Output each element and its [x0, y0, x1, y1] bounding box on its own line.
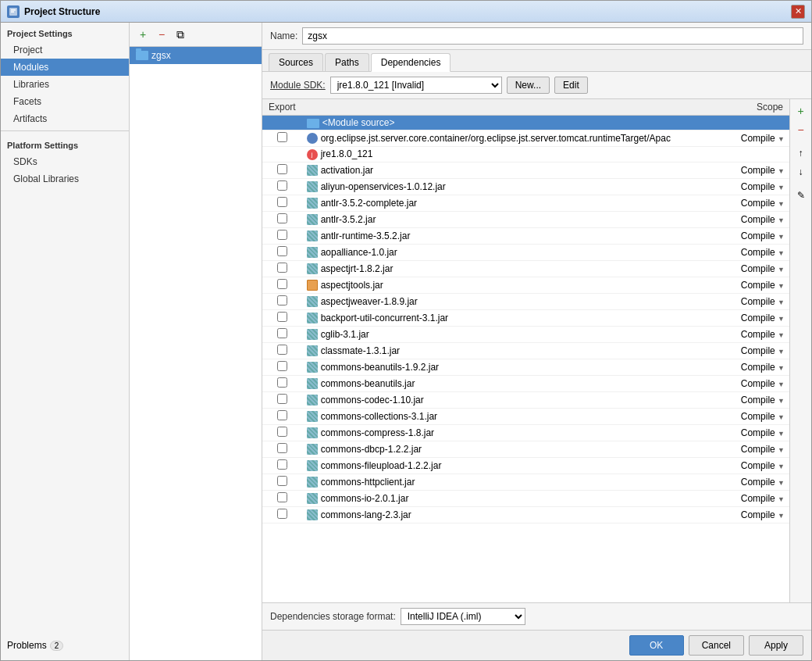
add-dep-button[interactable]: +	[792, 102, 810, 120]
export-checkbox[interactable]	[277, 328, 287, 338]
export-checkbox[interactable]	[277, 132, 287, 142]
export-checkbox[interactable]	[277, 410, 287, 420]
ok-button[interactable]: OK	[629, 635, 684, 656]
scope-dropdown-arrow[interactable]: ▼	[778, 381, 785, 388]
sidebar-item-problems[interactable]: Problems 2	[1, 637, 129, 654]
scope-text: Compile	[741, 427, 775, 438]
export-checkbox[interactable]	[277, 312, 287, 322]
move-down-button[interactable]: ↓	[792, 163, 810, 180]
deps-table-container[interactable]: Export Scope <Module source>org.eclipse.…	[262, 99, 811, 602]
scope-text: Compile	[741, 509, 775, 520]
export-checkbox[interactable]	[277, 279, 287, 289]
remove-module-button[interactable]: −	[153, 26, 170, 43]
dep-scope-cell: Compile ▼	[727, 359, 789, 375]
add-module-button[interactable]: +	[134, 26, 151, 43]
sidebar-item-libraries[interactable]: Libraries	[1, 76, 129, 93]
sdk-new-button[interactable]: New...	[507, 77, 550, 94]
tab-sources[interactable]: Sources	[269, 53, 323, 71]
close-button[interactable]: ✕	[791, 5, 805, 19]
dep-name-text: aopalliance-1.0.jar	[321, 247, 397, 258]
sidebar-item-sdks[interactable]: SDKs	[1, 153, 129, 170]
export-checkbox[interactable]	[277, 476, 287, 486]
export-checkbox[interactable]	[277, 164, 287, 174]
name-input[interactable]	[302, 27, 803, 45]
dep-icon	[307, 377, 321, 389]
scope-dropdown-arrow[interactable]: ▼	[778, 216, 785, 224]
sdk-select[interactable]: jre1.8.0_121 [Invalid]	[330, 77, 502, 94]
export-checkbox[interactable]	[277, 377, 287, 388]
scope-dropdown-arrow[interactable]: ▼	[778, 348, 785, 356]
export-checkbox[interactable]	[277, 263, 287, 273]
scope-dropdown-arrow[interactable]: ▼	[778, 430, 785, 438]
export-cell	[262, 116, 302, 130]
copy-module-button[interactable]: ⧉	[172, 26, 189, 43]
scope-dropdown-arrow[interactable]: ▼	[778, 249, 785, 257]
storage-select[interactable]: IntelliJ IDEA (.iml)	[401, 608, 525, 625]
scope-dropdown-arrow[interactable]: ▼	[778, 315, 785, 323]
export-checkbox[interactable]	[277, 443, 287, 453]
scope-dropdown-arrow[interactable]: ▼	[778, 463, 785, 470]
scope-text: Compile	[741, 395, 775, 406]
scope-dropdown-arrow[interactable]: ▼	[778, 479, 785, 487]
export-checkbox[interactable]	[277, 213, 287, 223]
dep-scope-cell: Compile ▼	[727, 473, 789, 490]
cancel-button[interactable]: Cancel	[689, 635, 744, 656]
dep-name-text: commons-io-2.0.1.jar	[321, 493, 409, 504]
scope-dropdown-arrow[interactable]: ▼	[778, 446, 785, 454]
scope-dropdown-arrow[interactable]: ▼	[778, 512, 785, 520]
export-checkbox[interactable]	[277, 459, 287, 470]
dep-name-cell: antlr-3.5.2.jar	[302, 211, 727, 227]
sidebar-item-artifacts[interactable]: Artifacts	[1, 110, 129, 127]
dep-icon	[307, 295, 321, 307]
scope-dropdown-arrow[interactable]: ▼	[778, 266, 785, 273]
sidebar-item-global-libraries[interactable]: Global Libraries	[1, 170, 129, 188]
scope-dropdown-arrow[interactable]: ▼	[778, 184, 785, 191]
export-checkbox[interactable]	[277, 180, 287, 191]
export-checkbox[interactable]	[277, 492, 287, 502]
table-row: aspectjrt-1.8.2.jarCompile ▼	[262, 260, 789, 277]
scope-dropdown-arrow[interactable]: ▼	[778, 167, 785, 175]
scope-dropdown-arrow[interactable]: ▼	[778, 495, 785, 503]
sdk-edit-button[interactable]: Edit	[554, 77, 588, 94]
app-icon	[7, 5, 20, 18]
export-checkbox[interactable]	[277, 427, 287, 437]
export-checkbox[interactable]	[277, 230, 287, 240]
table-row: commons-lang-2.3.jarCompile ▼	[262, 506, 789, 523]
sidebar-item-facets[interactable]: Facets	[1, 93, 129, 110]
right-toolbar: + − ↑ ↓ ✎	[789, 99, 811, 602]
table-row: commons-dbcp-1.2.2.jarCompile ▼	[262, 441, 789, 457]
scope-dropdown-arrow[interactable]: ▼	[778, 364, 785, 372]
export-checkbox[interactable]	[277, 345, 287, 355]
sdk-label: Module SDK:	[270, 80, 326, 91]
scope-dropdown-arrow[interactable]: ▼	[778, 200, 785, 208]
apply-button[interactable]: Apply	[749, 635, 803, 656]
scope-dropdown-arrow[interactable]: ▼	[778, 233, 785, 241]
module-toolbar: + − ⧉	[130, 23, 262, 47]
export-checkbox[interactable]	[277, 246, 287, 256]
sidebar-item-project[interactable]: Project	[1, 41, 129, 59]
move-up-button[interactable]: ↑	[792, 145, 810, 162]
export-checkbox[interactable]	[277, 361, 287, 371]
tab-dependencies[interactable]: Dependencies	[371, 53, 451, 72]
tab-paths[interactable]: Paths	[325, 53, 369, 71]
scope-dropdown-arrow[interactable]: ▼	[778, 331, 785, 339]
table-row: commons-codec-1.10.jarCompile ▼	[262, 391, 789, 408]
dep-name-text: commons-codec-1.10.jar	[321, 395, 424, 406]
edit-dep-button[interactable]: ✎	[792, 187, 810, 204]
export-checkbox[interactable]	[277, 197, 287, 207]
scope-dropdown-arrow[interactable]: ▼	[778, 397, 785, 405]
module-tree-item-zgsx[interactable]: zgsx	[130, 47, 262, 64]
dep-icon	[307, 312, 321, 323]
scope-dropdown-arrow[interactable]: ▼	[778, 282, 785, 290]
export-checkbox[interactable]	[277, 295, 287, 305]
export-checkbox[interactable]	[277, 394, 287, 404]
remove-dep-button[interactable]: −	[792, 121, 810, 138]
export-checkbox[interactable]	[277, 509, 287, 519]
name-label: Name:	[270, 30, 297, 41]
dep-icon	[307, 133, 321, 145]
scope-dropdown-arrow[interactable]: ▼	[778, 135, 785, 143]
scope-dropdown-arrow[interactable]: ▼	[778, 413, 785, 421]
sidebar-item-modules[interactable]: Modules	[1, 59, 129, 76]
scope-dropdown-arrow[interactable]: ▼	[778, 298, 785, 306]
dep-name-text: antlr-runtime-3.5.2.jar	[321, 230, 411, 241]
